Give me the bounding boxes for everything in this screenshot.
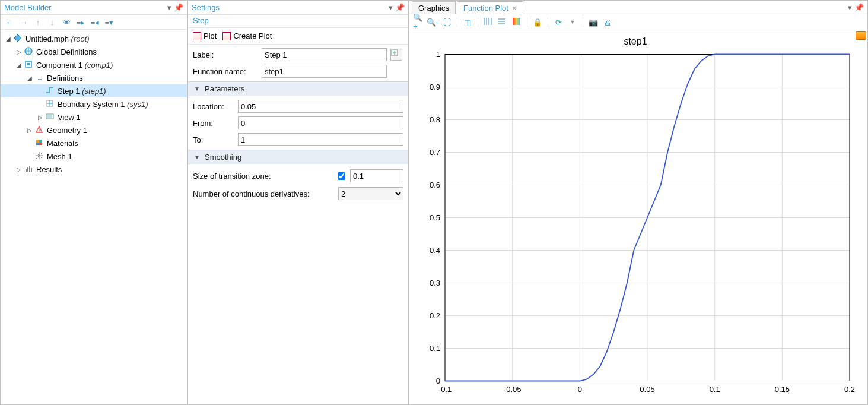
tree-root[interactable]: ◢ Untitled.mph (root) [1,32,187,45]
svg-text:0.1: 0.1 [430,344,440,353]
list-icon[interactable]: ≡▾ [104,17,115,27]
tree-step[interactable]: Step 1 (step1) [1,84,187,97]
label-input[interactable] [262,48,387,61]
tab-function-plot[interactable]: Function Plot× [457,1,523,14]
down-icon[interactable]: ↓ [47,17,58,27]
svg-rect-7 [36,140,39,143]
tree-materials[interactable]: Materials [1,137,187,150]
up-icon[interactable]: ↑ [33,17,43,27]
show-icon[interactable]: 👁 [61,17,72,27]
svg-text:0.3: 0.3 [430,279,440,287]
tree-label: Untitled.mph (root) [26,34,90,43]
plot-area: step1 -0.1-0.0500.050.10.150.200.10.20.3… [409,30,867,405]
geometry-icon [35,125,44,135]
component-icon [24,60,34,69]
settings-header: Settings ▾ 📌 [188,1,408,15]
expand-toggle-icon[interactable]: ◢ [4,36,12,42]
zoom-out-icon[interactable]: 🔍- [427,17,438,27]
definitions-icon: ≡ [35,73,44,83]
lock-icon[interactable]: 🔒 [532,17,543,27]
svg-text:0: 0 [436,376,440,385]
go-to-source-button[interactable] [390,49,402,61]
globe-icon [24,47,34,56]
svg-marker-0 [14,34,21,42]
minimize-icon[interactable]: ▾ [167,3,171,12]
print-icon[interactable]: 🖨 [602,17,613,27]
expand-toggle-icon[interactable]: ▷ [15,49,23,55]
svg-rect-14 [31,168,32,172]
parameters-section-header[interactable]: ▼ Parameters [188,81,408,96]
pin-icon[interactable]: 📌 [174,3,183,12]
to-input[interactable] [238,133,403,146]
svg-rect-10 [39,143,42,145]
camera-icon[interactable]: 📷 [588,17,599,27]
minimize-icon[interactable]: ▾ [389,3,393,12]
svg-rect-16 [513,18,520,25]
tree-mesh[interactable]: Mesh 1 [1,150,187,163]
zoom-in-icon[interactable]: 🔍+ [413,17,424,27]
tree-view[interactable]: ▷ View 1 [1,110,187,124]
settings-actions: Plot Create Plot [188,28,408,45]
from-input[interactable] [238,116,403,129]
svg-text:0.7: 0.7 [430,148,440,157]
expand-toggle-icon[interactable]: ▷ [36,114,44,121]
pin-icon[interactable]: 📌 [395,3,405,12]
svg-text:0.1: 0.1 [710,385,720,394]
tree-definitions[interactable]: ◢ ≡ Definitions [1,71,187,84]
tree-results[interactable]: ▷ Results [1,163,187,176]
zoom-box-icon[interactable]: ◫ [462,17,473,27]
function-name-input[interactable] [262,65,387,78]
expand-icon[interactable]: ≡◂ [90,17,100,27]
tree-label: Mesh 1 [47,152,72,161]
toggle-grid-icon[interactable] [483,17,494,27]
svg-text:-0.05: -0.05 [504,385,522,394]
tree-label: Results [36,165,62,174]
from-label: From: [193,119,234,128]
dropdown-icon[interactable]: ▼ [567,17,578,27]
graphics-tabbar: Graphics Function Plot× ▾ 📌 [409,1,867,14]
svg-text:0.2: 0.2 [844,385,855,394]
svg-text:0.4: 0.4 [430,246,440,255]
mph-file-icon [14,34,23,43]
create-plot-button[interactable]: Create Plot [222,31,272,40]
mesh-icon [35,151,44,161]
toggle-legend-icon[interactable] [497,17,508,27]
tree-label: Geometry 1 [47,126,87,135]
refresh-icon[interactable]: ⟳ [553,17,564,27]
zoom-extents-icon[interactable]: ⛶ [441,17,452,27]
toggle-gradient-icon[interactable] [511,17,522,27]
forward-icon[interactable]: → [18,17,29,27]
graphics-toolbar: 🔍+ 🔍- ⛶ ◫ 🔒 ⟳ ▼ 📷 🖨 [409,14,867,30]
tree-label: View 1 [58,113,81,122]
collapse-icon[interactable]: ≡▸ [75,17,86,27]
model-builder-toolbar: ← → ↑ ↓ 👁 ≡▸ ≡◂ ≡▾ [1,15,187,30]
tree-global-definitions[interactable]: ▷ Global Definitions [1,45,187,58]
function-plot-chart[interactable]: -0.1-0.0500.050.10.150.200.10.20.30.40.5… [415,50,856,400]
section-title: Parameters [205,84,244,93]
model-builder-header: Model Builder ▾ 📌 [1,1,187,15]
plot-icon [193,32,201,40]
transition-zone-checkbox[interactable] [338,172,345,180]
close-icon[interactable]: × [512,4,517,12]
svg-text:0.2: 0.2 [430,311,440,320]
pin-icon[interactable]: 📌 [854,3,864,12]
svg-text:0.15: 0.15 [775,385,790,394]
transition-zone-input[interactable] [350,169,403,182]
expand-toggle-icon[interactable]: ▷ [15,166,23,173]
expand-toggle-icon[interactable]: ◢ [15,62,23,68]
back-icon[interactable]: ← [4,17,15,27]
tree-geometry[interactable]: ▷ Geometry 1 [1,124,187,137]
expand-toggle-icon[interactable]: ◢ [26,75,34,81]
minimize-icon[interactable]: ▾ [848,3,852,12]
tree-label: Global Definitions [36,48,97,56]
tree-component[interactable]: ◢ Component 1 (comp1) [1,58,187,71]
to-label: To: [193,135,234,144]
tab-graphics[interactable]: Graphics [412,1,456,14]
derivatives-select[interactable]: 2 [338,187,403,200]
expand-toggle-icon[interactable]: ▷ [26,127,34,134]
settings-subtitle: Step [188,15,408,28]
smoothing-section-header[interactable]: ▼ Smoothing [188,150,408,164]
tree-boundary-system[interactable]: Boundary System 1 (sys1) [1,97,187,110]
plot-button[interactable]: Plot [193,31,217,40]
location-input[interactable] [238,100,403,113]
